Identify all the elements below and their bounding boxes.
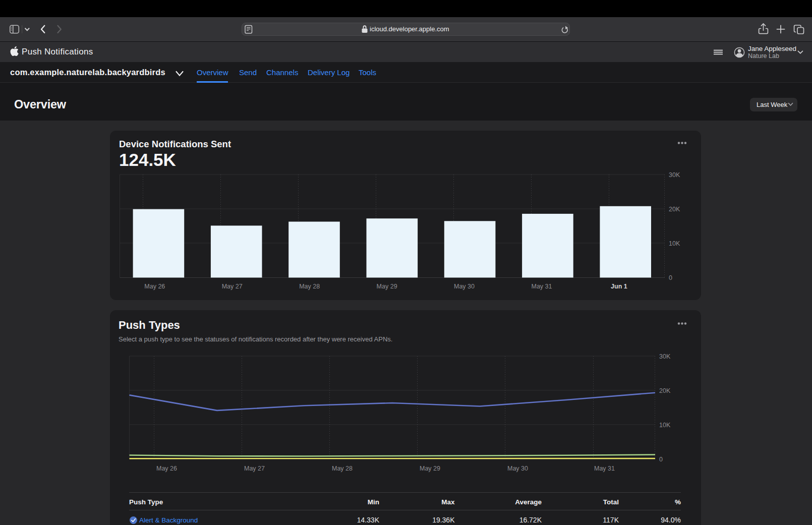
svg-text:0: 0 (669, 274, 672, 281)
svg-text:May 28: May 28 (299, 283, 320, 290)
svg-text:117K: 117K (603, 516, 619, 524)
svg-text:May 29: May 29 (420, 465, 440, 472)
svg-text:30K: 30K (659, 353, 671, 360)
svg-text:May 31: May 31 (532, 283, 552, 290)
svg-text:May 26: May 26 (156, 465, 177, 472)
svg-text:20K: 20K (659, 387, 671, 394)
svg-text:May 31: May 31 (594, 465, 615, 472)
svg-text:20K: 20K (669, 206, 680, 213)
svg-text:May 26: May 26 (144, 283, 165, 290)
svg-text:May 30: May 30 (454, 283, 475, 290)
svg-text:14.33K: 14.33K (357, 516, 380, 524)
svg-text:Min: Min (368, 498, 379, 506)
svg-text:30K: 30K (669, 171, 680, 179)
svg-text:10K: 10K (659, 422, 671, 429)
svg-text:Jun 1: Jun 1 (611, 283, 627, 290)
svg-text:%: % (675, 498, 681, 506)
svg-text:May 29: May 29 (377, 283, 397, 290)
svg-text:Average: Average (515, 498, 542, 506)
svg-text:May 27: May 27 (244, 465, 265, 472)
svg-text:May 27: May 27 (222, 283, 243, 290)
svg-text:Alert & Background: Alert & Background (139, 516, 198, 524)
svg-text:May 28: May 28 (332, 465, 353, 472)
svg-text:16.72K: 16.72K (519, 516, 542, 524)
svg-text:94.0%: 94.0% (661, 516, 681, 524)
svg-text:19.36K: 19.36K (432, 516, 455, 524)
svg-text:Total: Total (603, 498, 619, 506)
svg-text:Push Type: Push Type (129, 498, 163, 506)
svg-text:10K: 10K (669, 240, 680, 247)
svg-text:May 30: May 30 (507, 465, 528, 472)
svg-text:Max: Max (441, 498, 455, 506)
svg-text:0: 0 (659, 456, 663, 463)
